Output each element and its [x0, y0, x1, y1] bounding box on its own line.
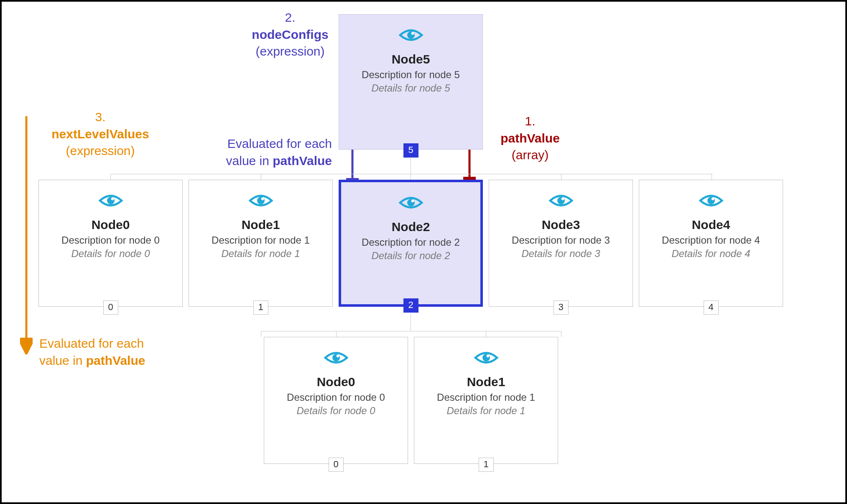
eye-icon [399, 195, 423, 212]
node-index-badge: 0 [103, 300, 118, 315]
note-line2b: pathValue [86, 354, 145, 367]
svg-point-4 [411, 32, 413, 35]
node-desc: Description for node 1 [414, 392, 558, 403]
svg-point-16 [336, 355, 339, 357]
node-index-badge: 1 [253, 300, 268, 315]
node-card-level2-0: Node0 Description for node 0 Details for… [264, 337, 408, 464]
node-details: Details for node 5 [339, 82, 482, 94]
note-line: Evaluated for each [39, 335, 173, 352]
eye-icon [399, 27, 423, 45]
annotation-pathvalue: 1. pathValue (array) [488, 113, 572, 164]
node-desc: Description for node 4 [639, 234, 783, 246]
annotation-nodeconfigs-num: 2. [285, 10, 295, 24]
annotation-nextlevel-key: nextLevelValues [51, 127, 149, 141]
note-line: Evaluated for each [191, 135, 332, 153]
svg-point-15 [332, 354, 340, 361]
node-details: Details for node 4 [639, 248, 783, 260]
node-desc: Description for node 2 [341, 237, 480, 248]
eye-icon [249, 193, 273, 210]
svg-point-17 [482, 354, 490, 361]
note-line2a: value in [226, 154, 273, 168]
eye-icon [324, 350, 348, 367]
node-details: Details for node 1 [189, 248, 332, 260]
note-line2a: value in [39, 354, 86, 367]
node-card-level1-3: Node3 Description for node 3 Details for… [489, 180, 633, 307]
svg-point-10 [411, 200, 413, 202]
node-index-badge: 3 [554, 300, 569, 315]
eye-icon [99, 193, 123, 210]
node-title: Node0 [264, 375, 408, 389]
svg-point-7 [257, 197, 265, 204]
annotation-nextlevel-paren: (expression) [66, 144, 135, 158]
svg-point-18 [486, 355, 489, 357]
node-card-level1-1: Node1 Description for node 1 Details for… [189, 180, 333, 307]
diagram-frame: 2. nodeConfigs (expression) Evaluated fo… [0, 0, 847, 504]
node-details: Details for node 0 [264, 405, 408, 417]
arrow-nextlevel [20, 116, 33, 354]
svg-point-5 [107, 197, 115, 204]
svg-point-13 [707, 197, 715, 204]
node-card-level1-2-current: Node2 Description for node 2 Details for… [339, 180, 483, 307]
svg-point-8 [261, 198, 263, 200]
node-index-badge: 1 [479, 458, 494, 472]
node-title: Node5 [339, 52, 482, 66]
annotation-nextlevel-num: 3. [95, 110, 105, 124]
annotation-nextlevel: 3. nextLevelValues (expression) [33, 109, 167, 160]
node-desc: Description for node 3 [489, 234, 633, 246]
svg-point-12 [561, 198, 564, 200]
node-title: Node0 [39, 218, 182, 232]
node-card-level1-4: Node4 Description for node 4 Details for… [639, 180, 783, 307]
node-index-badge: 0 [329, 458, 344, 472]
node-index-badge: 2 [403, 298, 418, 313]
eye-icon [474, 350, 498, 367]
node-title: Node1 [189, 218, 332, 232]
svg-point-14 [711, 198, 714, 200]
node-title: Node3 [489, 218, 633, 232]
node-index-badge: 5 [403, 143, 418, 158]
note-line2b: pathValue [273, 154, 332, 168]
svg-point-6 [111, 198, 113, 200]
node-desc: Description for node 5 [339, 69, 482, 81]
annotation-pathvalue-key: pathValue [500, 131, 560, 145]
node-card-level2-1: Node1 Description for node 1 Details for… [414, 337, 558, 464]
annotation-nodeconfigs: 2. nodeConfigs (expression) [236, 9, 344, 60]
annotation-nodeconfigs-key: nodeConfigs [252, 28, 328, 41]
svg-point-11 [557, 197, 565, 204]
node-index-badge: 4 [704, 300, 719, 315]
node-desc: Description for node 0 [39, 234, 182, 246]
node-desc: Description for node 1 [189, 234, 332, 246]
annotation-nodeconfigs-paren: (expression) [255, 44, 324, 58]
annotation-pathvalue-paren: (array) [512, 148, 549, 162]
node-title: Node2 [341, 220, 480, 234]
node-details: Details for node 0 [39, 248, 182, 260]
svg-point-9 [407, 199, 415, 206]
eye-icon [549, 193, 573, 210]
eye-icon [699, 193, 723, 210]
annotation-nextlevel-note: Evaluated for each value in pathValue [39, 335, 173, 369]
annotation-nodeconfigs-note: Evaluated for each value in pathValue [191, 135, 332, 169]
node-details: Details for node 2 [341, 250, 480, 262]
node-title: Node4 [639, 218, 783, 232]
node-details: Details for node 3 [489, 248, 633, 260]
node-details: Details for node 1 [414, 405, 558, 417]
annotation-pathvalue-num: 1. [525, 114, 535, 128]
node-title: Node1 [414, 375, 558, 389]
svg-point-3 [407, 31, 415, 39]
node-card-level1-0: Node0 Description for node 0 Details for… [38, 180, 183, 307]
node-card-level0: Node5 Description for node 5 Details for… [339, 14, 483, 150]
node-desc: Description for node 0 [264, 392, 408, 403]
